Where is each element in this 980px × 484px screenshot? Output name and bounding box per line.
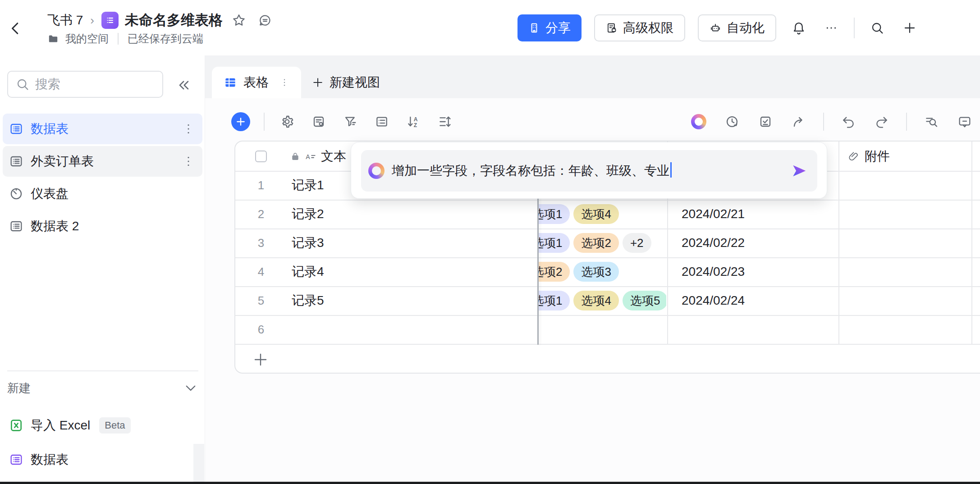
new-datasheet-button[interactable]: 数据表 xyxy=(3,446,202,474)
field-config-button[interactable] xyxy=(310,113,328,131)
comment-panel-button[interactable] xyxy=(956,113,974,131)
option-tag[interactable]: 选项2 xyxy=(573,233,618,253)
task-button[interactable] xyxy=(756,113,774,131)
ai-prompt-text[interactable]: 增加一些字段，字段名称包括：年龄、班级、专业 xyxy=(392,162,783,179)
main-area: AZ xyxy=(205,98,980,484)
page-title[interactable]: 未命名多维表格 xyxy=(125,11,223,30)
comments-button[interactable] xyxy=(255,10,275,30)
create-new-button[interactable] xyxy=(900,18,920,38)
new-datasheet-label: 数据表 xyxy=(31,451,69,468)
table-row[interactable]: 4 记录4 选项2 选项3 2024/02/23 xyxy=(235,257,980,286)
item-menu-button[interactable] xyxy=(181,154,196,169)
row-height-button[interactable] xyxy=(436,113,454,131)
space-name[interactable]: 我的空间 xyxy=(65,32,109,46)
undo-button[interactable] xyxy=(839,113,857,131)
ai-prompt-popover: 增加一些字段，字段名称包括：年龄、班级、专业 xyxy=(351,142,827,199)
gear-icon xyxy=(280,114,294,129)
sidebar-item-datasheet-2[interactable]: 数据表 2 xyxy=(3,211,202,242)
import-excel-button[interactable]: 导入 Excel Beta xyxy=(3,411,202,439)
option-tag[interactable]: 选项1 xyxy=(538,233,570,253)
option-tag[interactable]: 选项4 xyxy=(573,291,618,310)
option-tag[interactable]: 选项1 xyxy=(538,204,570,224)
option-tag[interactable]: 选项4 xyxy=(573,204,618,224)
breadcrumb-workspace[interactable]: 飞书 7 xyxy=(47,12,83,29)
multiselect-cell[interactable]: 选项1 选项4 xyxy=(538,200,666,228)
global-search-button[interactable] xyxy=(867,18,887,38)
ai-assistant-button[interactable] xyxy=(690,113,708,131)
table-row[interactable]: 2 记录2 选项1 选项4 2024/02/21 xyxy=(235,200,980,228)
row-number: 4 xyxy=(235,257,287,286)
option-tag[interactable]: 选项3 xyxy=(573,262,618,282)
sidebar-item-datasheet[interactable]: 数据表 xyxy=(3,114,202,144)
option-tag[interactable]: 选项5 xyxy=(623,291,666,310)
sidebar-item-dashboard[interactable]: 仪表盘 xyxy=(3,178,202,209)
excel-icon xyxy=(9,418,23,433)
record-name-cell[interactable]: 记录5 xyxy=(292,286,324,315)
add-record-fab[interactable] xyxy=(231,112,250,131)
advanced-permission-button[interactable]: 高级权限 xyxy=(594,14,685,41)
redo-button[interactable] xyxy=(873,113,891,131)
lock-icon xyxy=(290,151,300,161)
record-history-button[interactable] xyxy=(723,113,741,131)
notifications-button[interactable] xyxy=(789,18,809,38)
dashboard-icon xyxy=(9,187,23,201)
group-button[interactable] xyxy=(373,113,391,131)
option-tag[interactable]: 选项1 xyxy=(538,291,570,310)
view-settings-button[interactable] xyxy=(278,113,296,131)
share-view-button[interactable] xyxy=(790,113,808,131)
date-cell[interactable]: 2024/02/22 xyxy=(682,228,745,257)
record-name-cell[interactable]: 记录3 xyxy=(292,228,324,257)
ai-prompt-input[interactable]: 增加一些字段，字段名称包括：年龄、班级、专业 xyxy=(361,150,817,192)
date-cell[interactable]: 2024/02/23 xyxy=(682,257,745,286)
automation-label: 自动化 xyxy=(727,19,765,37)
robot-icon xyxy=(710,22,721,34)
date-cell[interactable]: 2024/02/21 xyxy=(682,200,745,228)
doc-lock-icon xyxy=(606,22,618,34)
text-cursor xyxy=(670,162,672,178)
record-name-cell[interactable]: 记录4 xyxy=(292,257,324,286)
overflow-count-tag[interactable]: +2 xyxy=(623,233,651,253)
more-actions-button[interactable] xyxy=(821,18,841,38)
tab-grid-view[interactable]: 表格 xyxy=(212,67,301,98)
plus-icon xyxy=(902,21,917,35)
new-view-button[interactable]: 新建视图 xyxy=(304,67,387,98)
favorite-star-button[interactable] xyxy=(229,10,249,30)
attachment-field-header[interactable]: 附件 xyxy=(847,142,890,171)
new-section-header[interactable]: 新建 xyxy=(7,378,198,398)
sidebar-search[interactable] xyxy=(7,71,163,98)
date-cell[interactable]: 2024/02/24 xyxy=(682,286,745,315)
filter-button[interactable] xyxy=(341,113,359,131)
kebab-icon xyxy=(181,154,196,169)
record-name-cell[interactable]: 记录2 xyxy=(292,200,324,228)
add-row-button[interactable] xyxy=(252,351,270,369)
sidebar-item-label: 外卖订单表 xyxy=(31,153,94,170)
table-row[interactable]: 3 记录3 选项1 选项2 +2 2024/02/22 xyxy=(235,228,980,257)
automation-button[interactable]: 自动化 xyxy=(698,14,776,41)
sidebar-item-takeout-orders[interactable]: 外卖订单表 xyxy=(3,146,202,177)
multiselect-cell[interactable]: 选项1 选项4 选项5 xyxy=(538,286,666,315)
table-row[interactable]: 6 xyxy=(235,315,980,344)
collapse-sidebar-button[interactable] xyxy=(174,75,194,95)
back-button[interactable] xyxy=(5,18,26,39)
kebab-icon[interactable] xyxy=(278,76,291,89)
sort-button[interactable]: AZ xyxy=(404,113,422,131)
item-menu-button[interactable] xyxy=(181,121,196,137)
svg-text:Z: Z xyxy=(414,122,417,128)
share-button[interactable]: 分享 xyxy=(517,14,582,41)
multiselect-cell[interactable]: 选项2 选项3 xyxy=(538,257,666,286)
table-icon xyxy=(9,154,23,169)
search-input[interactable] xyxy=(35,77,143,91)
option-tag[interactable]: 选项2 xyxy=(538,262,570,282)
search-in-view-button[interactable] xyxy=(922,113,940,131)
toolbar-divider xyxy=(823,113,824,131)
bell-icon xyxy=(792,21,806,35)
select-all-checkbox[interactable] xyxy=(255,151,267,162)
table-row[interactable]: 5 记录5 选项1 选项4 选项5 2024/02/24 xyxy=(235,286,980,315)
sidebar-item-label: 数据表 xyxy=(31,120,69,137)
primary-field-header[interactable]: A 文本 xyxy=(290,142,346,171)
send-prompt-button[interactable] xyxy=(790,162,808,180)
record-name-cell[interactable]: 记录1 xyxy=(292,171,324,200)
search-list-icon xyxy=(924,114,939,129)
multiselect-cell[interactable]: 选项1 选项2 +2 xyxy=(538,228,666,257)
sidebar-scrollbar[interactable] xyxy=(193,444,204,484)
